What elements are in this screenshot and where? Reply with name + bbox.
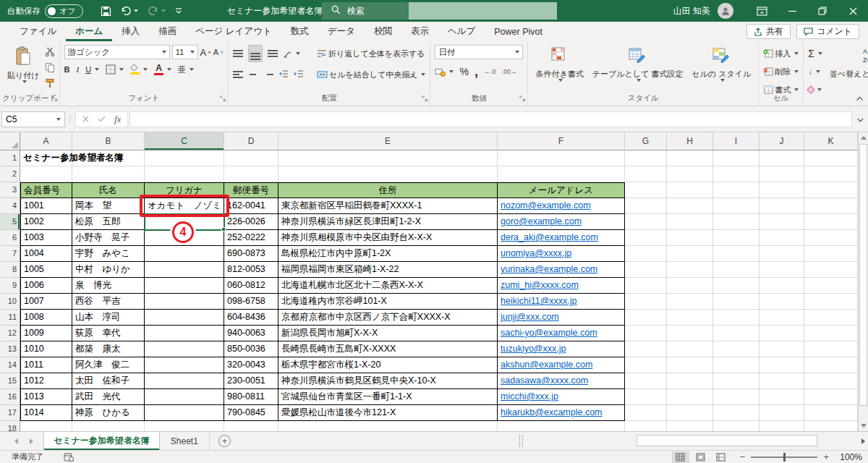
increase-font-icon[interactable]: A˄ — [200, 45, 211, 59]
cell-D13[interactable]: 850-0036 — [224, 341, 278, 357]
cell-C8[interactable] — [145, 262, 224, 278]
copy-icon[interactable] — [45, 62, 55, 74]
align-middle-icon[interactable] — [248, 45, 263, 62]
undo-button[interactable] — [120, 6, 139, 16]
merge-center-button[interactable]: セルを結合して中央揃え — [317, 67, 426, 82]
cell-G1[interactable] — [625, 150, 667, 166]
cell-B9[interactable]: 泉 博光 — [72, 278, 145, 294]
cell-H18[interactable] — [667, 421, 713, 431]
cell-H16[interactable] — [667, 389, 713, 405]
cell-J11[interactable] — [760, 310, 804, 326]
zoom-slider[interactable] — [751, 456, 817, 458]
cell-A8[interactable]: 1005 — [20, 262, 72, 278]
cell-E9[interactable]: 北海道札幌市北区北十二条西X-X-X — [278, 278, 498, 294]
column-header-B[interactable]: B — [72, 132, 145, 150]
insert-cells-button[interactable]: 挿入 — [763, 46, 799, 61]
cell-F3[interactable]: メールアドレス — [498, 182, 625, 198]
cell-H12[interactable] — [667, 326, 713, 341]
cell-H8[interactable] — [667, 262, 713, 278]
cell-B18[interactable] — [72, 421, 145, 431]
cell-G14[interactable] — [625, 357, 667, 373]
horizontal-scroll-thumb[interactable] — [637, 435, 817, 446]
cell-K7[interactable] — [804, 246, 858, 262]
cell-F2[interactable] — [498, 166, 625, 182]
cell-styles-button[interactable]: セルの スタイル — [689, 45, 754, 83]
ribbon-display-options-icon[interactable] — [746, 0, 777, 22]
ribbon-tab-表示[interactable]: 表示 — [401, 22, 438, 41]
cell-B12[interactable]: 荻原 幸代 — [72, 326, 145, 341]
cell-J6[interactable] — [760, 230, 804, 246]
cell-F11[interactable]: junji@xxx.com — [498, 310, 625, 326]
scroll-up-icon[interactable] — [861, 136, 867, 140]
cell-K8[interactable] — [804, 262, 858, 278]
cell-J9[interactable] — [760, 278, 804, 294]
cell-H4[interactable] — [667, 198, 713, 214]
cut-icon[interactable] — [45, 47, 55, 58]
cell-D5[interactable]: 226-0026 — [224, 214, 278, 230]
cell-I14[interactable] — [713, 357, 760, 373]
cell-C10[interactable] — [145, 294, 224, 310]
cell-K17[interactable] — [804, 405, 858, 421]
align-left-icon[interactable] — [233, 71, 243, 78]
cell-E13[interactable]: 長崎県長崎市五島町X-XXXX — [278, 341, 498, 357]
align-top-icon[interactable] — [233, 50, 243, 57]
cell-K4[interactable] — [804, 198, 858, 214]
cell-F17[interactable]: hikarukb@excample.com — [498, 405, 625, 421]
orientation-icon[interactable] — [283, 46, 300, 61]
row-header-9[interactable]: 9 — [0, 278, 20, 294]
cell-E12[interactable]: 新潟県長岡市旭町X-X-X — [278, 326, 498, 341]
tab-scroll-splitter[interactable] — [519, 436, 523, 447]
align-center-icon[interactable] — [248, 71, 258, 78]
cell-C14[interactable] — [145, 357, 224, 373]
cell-F16[interactable]: micchi@xxx.jp — [498, 389, 625, 405]
cell-I12[interactable] — [713, 326, 760, 341]
borders-button[interactable] — [106, 62, 124, 77]
row-header-15[interactable]: 15 — [0, 373, 20, 389]
accounting-format-icon[interactable] — [435, 64, 454, 79]
cell-B11[interactable]: 山本 淳司 — [72, 310, 145, 326]
cell-A11[interactable]: 1008 — [20, 310, 72, 326]
cell-K12[interactable] — [804, 326, 858, 341]
cell-I18[interactable] — [713, 421, 760, 431]
cell-D17[interactable]: 790-0845 — [224, 405, 278, 421]
cell-E14[interactable]: 栃木県宇都宮市桜1-X-20 — [278, 357, 498, 373]
ribbon-tab-ファイル[interactable]: ファイル — [10, 22, 66, 41]
increase-indent-icon[interactable] — [294, 69, 304, 80]
cell-J4[interactable] — [760, 198, 804, 214]
cell-H6[interactable] — [667, 230, 713, 246]
ribbon-tab-ヘルプ[interactable]: ヘルプ — [438, 22, 485, 41]
cell-H11[interactable] — [667, 310, 713, 326]
accessibility-checker-icon[interactable] — [64, 453, 74, 462]
column-header-A[interactable]: A — [20, 132, 72, 150]
row-header-1[interactable]: 1 — [0, 150, 20, 166]
font-size-select[interactable]: 11 — [172, 45, 198, 59]
cell-K10[interactable] — [804, 294, 858, 310]
cell-J3[interactable] — [760, 182, 804, 198]
cell-I8[interactable] — [713, 262, 760, 278]
column-header-C[interactable]: C — [145, 132, 224, 150]
cell-G5[interactable] — [625, 214, 667, 230]
fill-color-button[interactable] — [130, 62, 148, 77]
avatar[interactable] — [718, 3, 733, 19]
cell-A5[interactable]: 1002 — [20, 214, 72, 230]
cell-I1[interactable] — [713, 150, 760, 166]
cell-C2[interactable] — [145, 166, 224, 182]
cell-E10[interactable]: 北海道稚内市宗谷岬101-X — [278, 294, 498, 310]
row-header-6[interactable]: 6 — [0, 230, 20, 246]
align-right-icon[interactable] — [263, 71, 273, 78]
cell-I6[interactable] — [713, 230, 760, 246]
row-header-2[interactable]: 2 — [0, 166, 20, 182]
cell-D11[interactable]: 604-8436 — [224, 310, 278, 326]
user-name[interactable]: 山田 知美 — [673, 5, 710, 17]
cell-I7[interactable] — [713, 246, 760, 262]
cell-J13[interactable] — [760, 341, 804, 357]
cell-K14[interactable] — [804, 357, 858, 373]
row-header-12[interactable]: 12 — [0, 326, 20, 341]
cell-C12[interactable] — [145, 326, 224, 341]
cell-D8[interactable]: 812-0053 — [224, 262, 278, 278]
ribbon-tab-データ[interactable]: データ — [318, 22, 365, 41]
cell-E4[interactable]: 東京都新宿区早稲田鶴巻町XXXX-1 — [278, 198, 498, 214]
cell-H1[interactable] — [667, 150, 713, 166]
cell-C7[interactable] — [145, 246, 224, 262]
cell-E18[interactable] — [278, 421, 498, 431]
